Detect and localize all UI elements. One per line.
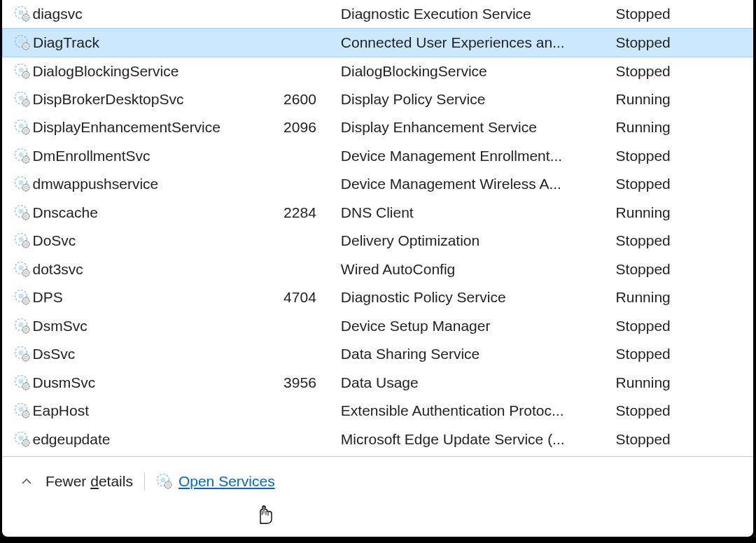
svg-point-95 <box>24 215 27 217</box>
service-gear-icon <box>14 318 31 334</box>
service-description: Data Usage <box>337 369 612 397</box>
table-row[interactable]: dmwappushserviceDevice Management Wirele… <box>3 170 754 199</box>
service-description: DialogBlockingService <box>337 57 612 85</box>
svg-point-1 <box>18 10 23 15</box>
service-name-cell: DmEnrollmentSvc <box>3 142 257 171</box>
table-row[interactable]: DmEnrollmentSvcDevice Management Enrollm… <box>3 142 754 171</box>
service-gear-icon <box>14 289 31 306</box>
service-name-cell: dmwappushservice <box>3 170 257 199</box>
service-pid <box>256 255 337 284</box>
svg-point-107 <box>24 244 27 246</box>
svg-point-47 <box>24 101 27 104</box>
svg-point-85 <box>18 209 23 213</box>
service-status: Running <box>612 199 753 227</box>
service-pid <box>256 312 337 341</box>
svg-point-203 <box>167 484 169 486</box>
service-name: diagsvc <box>33 6 83 22</box>
service-status: Running <box>612 113 753 142</box>
service-status: Stopped <box>612 425 753 454</box>
pointer-cursor-icon <box>254 502 274 525</box>
service-pid <box>256 29 337 57</box>
service-status: Running <box>612 283 753 312</box>
svg-point-13 <box>19 38 24 43</box>
service-gear-icon <box>14 431 31 448</box>
service-name: DoSvc <box>33 232 76 249</box>
service-name: DsSvc <box>33 346 76 362</box>
table-row[interactable]: DoSvcDelivery OptimizationStopped <box>3 227 754 255</box>
table-row[interactable]: DPS4704Diagnostic Policy ServiceRunning <box>3 283 754 312</box>
service-gear-icon <box>14 204 31 221</box>
divider <box>144 472 145 491</box>
service-description: Microsoft Edge Update Service (... <box>337 425 612 454</box>
table-row[interactable]: DiagTrackConnected User Experiences an..… <box>3 29 754 57</box>
svg-point-97 <box>18 237 23 242</box>
svg-point-23 <box>24 45 27 47</box>
service-status: Running <box>612 369 753 397</box>
service-description: Device Setup Manager <box>337 312 612 341</box>
service-name: DPS <box>33 289 63 306</box>
task-manager-services-panel: diagsvcDiagnostic Execution ServiceStopp… <box>2 0 753 537</box>
service-gear-icon <box>14 374 31 391</box>
service-status: Stopped <box>612 0 753 29</box>
service-description: Data Sharing Service <box>337 340 612 369</box>
service-name: DialogBlockingService <box>33 63 179 80</box>
svg-point-131 <box>24 300 27 302</box>
service-pid <box>256 425 337 454</box>
service-name: DsmSvc <box>33 318 88 334</box>
table-row[interactable]: edgeupdateMicrosoft Edge Update Service … <box>3 425 754 454</box>
service-name-cell: DisplayEnhancementService <box>3 113 257 142</box>
table-row[interactable]: dot3svcWired AutoConfigStopped <box>3 255 754 284</box>
svg-point-179 <box>24 414 27 416</box>
service-name: DispBrokerDesktopSvc <box>33 91 184 108</box>
table-row[interactable]: DsmSvcDevice Setup ManagerStopped <box>3 312 754 341</box>
service-name-cell: DoSvc <box>3 227 257 255</box>
svg-point-83 <box>24 187 27 189</box>
service-status: Stopped <box>612 29 753 57</box>
table-row[interactable]: diagsvcDiagnostic Execution ServiceStopp… <box>3 0 754 29</box>
table-row[interactable]: DispBrokerDesktopSvc2600Display Policy S… <box>3 85 754 114</box>
service-pid: 2284 <box>256 199 337 227</box>
service-name-cell: diagsvc <box>3 0 257 29</box>
service-description: Connected User Experiences an... <box>337 29 612 57</box>
service-status: Stopped <box>612 255 753 284</box>
svg-point-155 <box>24 357 27 359</box>
service-gear-icon <box>14 63 31 80</box>
text: S <box>218 473 228 489</box>
service-gear-icon <box>14 232 31 249</box>
services-list[interactable]: diagsvcDiagnostic Execution ServiceStopp… <box>2 0 753 455</box>
service-description: Device Management Wireless A... <box>337 170 612 199</box>
svg-point-61 <box>18 152 23 157</box>
service-description: Wired AutoConfig <box>337 255 612 284</box>
table-row[interactable]: DsSvcData Sharing ServiceStopped <box>3 340 754 369</box>
table-row[interactable]: Dnscache2284DNS ClientRunning <box>3 199 754 227</box>
svg-point-25 <box>18 67 23 72</box>
table-row[interactable]: DusmSvc3956Data UsageRunning <box>3 369 754 397</box>
service-gear-icon <box>14 148 31 164</box>
table-row[interactable]: EapHostExtensible Authentication Protoc.… <box>3 397 754 425</box>
svg-point-145 <box>18 351 23 355</box>
footer-bar: Fewer details Open S <box>2 457 753 491</box>
service-name-cell: DsSvc <box>3 340 257 369</box>
fewer-details-button[interactable]: Fewer details <box>46 473 133 490</box>
svg-point-121 <box>18 294 23 299</box>
service-name: dmwappushservice <box>33 176 159 192</box>
service-pid <box>256 57 337 85</box>
service-pid <box>256 227 337 255</box>
service-name: Dnscache <box>33 204 98 221</box>
service-name-cell: edgeupdate <box>3 425 257 454</box>
text: ervices <box>228 473 275 489</box>
chevron-up-icon[interactable] <box>19 474 34 489</box>
service-description: Diagnostic Execution Service <box>337 0 612 29</box>
service-name: DusmSvc <box>33 374 96 391</box>
table-row[interactable]: DisplayEnhancementService2096Display Enh… <box>3 113 754 142</box>
service-gear-icon <box>14 402 31 419</box>
service-name-cell: DPS <box>3 283 257 312</box>
table-row[interactable]: DialogBlockingServiceDialogBlockingServi… <box>3 57 754 85</box>
svg-point-169 <box>18 407 23 412</box>
service-pid <box>256 340 337 369</box>
service-name-cell: DiagTrack <box>3 29 257 57</box>
service-gear-icon <box>14 34 31 51</box>
service-description: Delivery Optimization <box>337 227 612 255</box>
service-name: DisplayEnhancementService <box>33 119 220 136</box>
open-services-link[interactable]: Open Services <box>156 473 275 490</box>
